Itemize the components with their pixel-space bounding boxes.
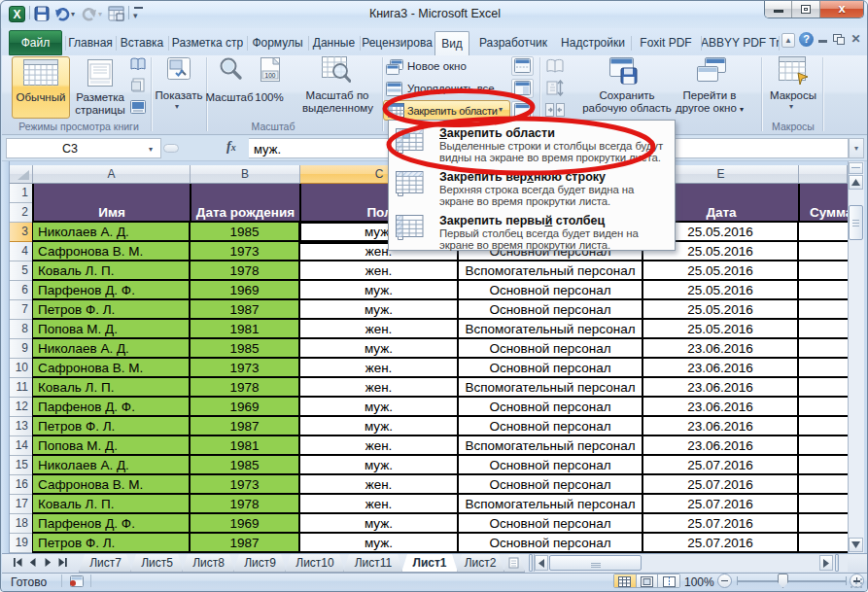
svg-text:100: 100 <box>265 72 276 79</box>
